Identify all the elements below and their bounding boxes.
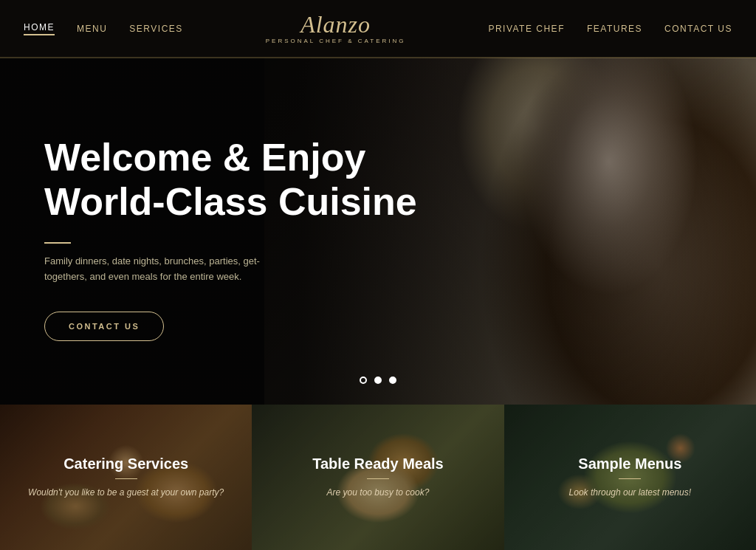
slider-dot-2[interactable] xyxy=(389,377,396,384)
main-nav: HOME MENU SERVICES Alanzo Personal Chef … xyxy=(0,0,756,58)
nav-link-menu[interactable]: MENU xyxy=(77,24,107,34)
slider-dots xyxy=(360,377,396,384)
card-desc-table: Are you too busy to cook? xyxy=(327,487,430,499)
card-sample-menus[interactable]: Sample Menus Look through our latest men… xyxy=(504,405,756,550)
nav-link-private-chef[interactable]: PRIVATE CHEF xyxy=(488,24,565,34)
card-line-catering xyxy=(115,478,137,479)
hero-title: Welcome & Enjoy World-Class Cuisine xyxy=(44,136,428,224)
card-table-ready[interactable]: Table Ready Meals Are you too busy to co… xyxy=(252,405,504,550)
card-desc-menus: Look through our latest menus! xyxy=(569,487,691,499)
card-catering[interactable]: Catering Services Wouldn't you like to b… xyxy=(0,405,252,550)
cards-row: Catering Services Wouldn't you like to b… xyxy=(0,405,756,550)
nav-link-home[interactable]: HOME xyxy=(24,22,55,35)
card-desc-catering: Wouldn't you like to be a guest at your … xyxy=(28,487,224,499)
card-title-table: Table Ready Meals xyxy=(312,456,443,472)
header-divider xyxy=(0,58,756,58)
hero-content: Welcome & Enjoy World-Class Cuisine Fami… xyxy=(0,58,756,405)
hero-section: Welcome & Enjoy World-Class Cuisine Fami… xyxy=(0,58,756,405)
nav-inner: HOME MENU SERVICES Alanzo Personal Chef … xyxy=(24,13,732,44)
nav-link-services[interactable]: SERVICES xyxy=(129,24,182,34)
nav-right: PRIVATE CHEF FEATURES CONTACT US xyxy=(488,24,732,34)
logo-title: Alanzo xyxy=(266,13,406,36)
card-content-catering: Catering Services Wouldn't you like to b… xyxy=(0,405,252,550)
card-content-table: Table Ready Meals Are you too busy to co… xyxy=(252,405,504,550)
hero-cta-button[interactable]: CONTACT US xyxy=(44,312,164,341)
logo-subtitle: Personal Chef & Catering xyxy=(266,38,406,44)
nav-left: HOME MENU SERVICES xyxy=(24,22,183,35)
card-line-menus xyxy=(619,478,641,479)
hero-divider-line xyxy=(44,242,71,244)
card-content-menus: Sample Menus Look through our latest men… xyxy=(504,405,756,550)
hero-description: Family dinners, date nights, brunches, p… xyxy=(44,254,281,285)
nav-link-features[interactable]: FEATURES xyxy=(587,24,642,34)
card-title-catering: Catering Services xyxy=(63,456,188,472)
slider-dot-0[interactable] xyxy=(360,377,367,384)
logo[interactable]: Alanzo Personal Chef & Catering xyxy=(266,13,406,44)
nav-link-contact[interactable]: CONTACT US xyxy=(664,24,732,34)
card-title-menus: Sample Menus xyxy=(578,456,681,472)
card-line-table xyxy=(367,478,389,479)
slider-dot-1[interactable] xyxy=(374,377,382,384)
